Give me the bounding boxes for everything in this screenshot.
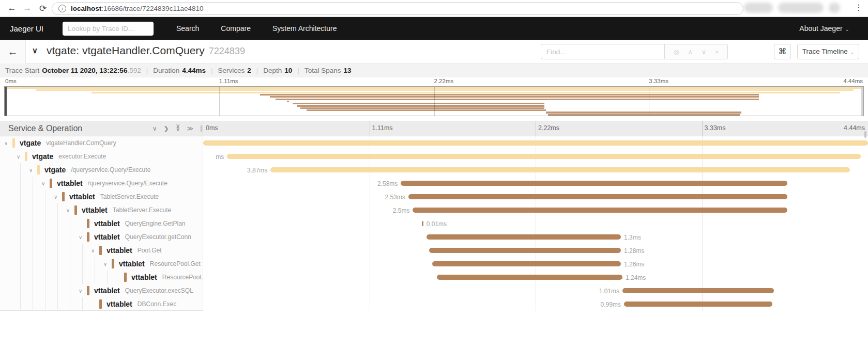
span-timeline-cell[interactable] xyxy=(203,136,868,150)
keyboard-shortcuts-button[interactable]: ⌘ xyxy=(774,44,791,59)
span-duration-bar[interactable] xyxy=(413,208,787,213)
span-timeline-cell[interactable]: 1.01ms xyxy=(203,284,868,297)
tree-indent-guide xyxy=(20,177,21,190)
service-name: vttablet xyxy=(57,179,83,187)
span-duration-bar[interactable] xyxy=(270,167,850,172)
browser-reload-icon[interactable]: ⟳ xyxy=(35,3,51,14)
span-row[interactable]: ∨vttabletTabletServer.Execute2.5ms xyxy=(0,203,868,217)
tree-chevron-down-icon[interactable]: ∨ xyxy=(54,194,62,200)
span-row[interactable]: vttabletQueryEngine.GetPlan0.01ms xyxy=(0,217,868,230)
span-duration-bar[interactable] xyxy=(624,302,772,307)
span-tree-cell[interactable]: ∨vttabletTabletServer.Execute xyxy=(0,203,203,217)
span-timeline-cell[interactable]: 0.01ms xyxy=(203,217,868,230)
about-jaeger-menu[interactable]: About Jaeger⌄ xyxy=(799,24,849,33)
tree-chevron-down-icon[interactable]: ∨ xyxy=(29,167,37,173)
prev-match-icon[interactable]: ∧ xyxy=(688,48,693,56)
span-timeline-cell[interactable]: 2.53ms xyxy=(203,190,868,203)
span-row[interactable]: vttabletResourcePool.factory1.24ms xyxy=(0,271,868,284)
find-input[interactable] xyxy=(541,44,665,59)
minimap-left-scrubber-handle[interactable] xyxy=(5,87,7,116)
span-tree-cell[interactable]: ∨vtgatevtgateHandler.ComQuery xyxy=(0,136,203,150)
trace-view-selector[interactable]: Trace Timeline⌄ xyxy=(797,44,859,59)
address-bar[interactable]: i localhost:16686/trace/7224839c11ae4810 xyxy=(52,2,743,15)
service-operation-title: Service & Operation xyxy=(8,124,82,133)
span-tree-cell[interactable]: ∨vttabletResourcePool.Get xyxy=(0,257,203,271)
tree-chevron-down-icon[interactable]: ∨ xyxy=(66,208,74,213)
nav-item-system-architecture[interactable]: System Architecture xyxy=(272,24,337,33)
tree-chevron-down-icon[interactable]: ∨ xyxy=(17,154,25,160)
span-row[interactable]: ∨vtgatevtgateHandler.ComQuery xyxy=(0,136,868,150)
browser-forward-icon[interactable]: → xyxy=(20,3,35,13)
span-row[interactable]: ∨vttabletQueryExecutor.execSQL1.01ms xyxy=(0,284,868,297)
span-timeline-cell[interactable]: 2.5ms xyxy=(203,203,868,217)
span-row[interactable]: ∨vttabletPool.Get1.28ms xyxy=(0,244,868,257)
collapse-header-chevron-icon[interactable]: ∨ xyxy=(32,46,38,55)
collapse-all-icon[interactable]: ∨∨ xyxy=(176,125,180,132)
span-row[interactable]: ∨vttabletTabletServer.Execute2.53ms xyxy=(0,190,868,203)
span-duration-bar[interactable] xyxy=(203,140,868,146)
browser-back-icon[interactable]: ← xyxy=(4,3,20,13)
minimap-right-scrubber-handle[interactable] xyxy=(861,87,863,116)
tree-indent-guide xyxy=(70,217,70,230)
span-duration-bar[interactable] xyxy=(437,275,622,280)
span-tree-cell[interactable]: ∨vtgateexecutor.Execute xyxy=(0,150,203,163)
span-duration-bar[interactable] xyxy=(622,288,774,293)
span-timeline-cell[interactable]: 0.99ms xyxy=(203,297,868,311)
span-row[interactable]: ∨vttabletResourcePool.Get1.26ms xyxy=(0,257,868,271)
span-tree-cell[interactable]: ∨vttabletTabletServer.Execute xyxy=(0,190,203,203)
span-duration-bar[interactable] xyxy=(401,181,787,186)
span-duration-bar[interactable] xyxy=(408,194,787,199)
span-timeline-cell[interactable]: 3.87ms xyxy=(203,163,868,177)
span-tree-cell[interactable]: ∨vttabletQueryExecutor.execSQL xyxy=(0,284,203,297)
tree-chevron-down-icon[interactable]: ∨ xyxy=(4,140,12,146)
back-to-search-button[interactable]: ← xyxy=(0,40,26,64)
span-row[interactable]: ∨vtgateexecutor.Executems xyxy=(0,150,868,163)
span-timeline-cell[interactable]: 1.3ms xyxy=(203,230,868,244)
jaeger-ui-brand[interactable]: Jaeger UI xyxy=(10,24,55,33)
tree-chevron-down-icon[interactable]: ∨ xyxy=(79,288,87,294)
span-timeline-cell[interactable]: 1.24ms xyxy=(203,271,868,284)
span-duration-bar[interactable] xyxy=(432,261,621,266)
next-match-icon[interactable]: ∨ xyxy=(702,48,707,56)
span-row[interactable]: ∨vttablet/queryservice.Query/Execute2.58… xyxy=(0,177,868,190)
trace-minimap[interactable] xyxy=(4,86,864,116)
span-row[interactable]: vttabletDBConn.Exec0.99ms xyxy=(0,297,868,311)
span-tree-cell[interactable]: ∨vtgate/queryservice.Query/Execute xyxy=(0,163,203,177)
span-timeline-cell[interactable]: 1.28ms xyxy=(203,244,868,257)
span-tree-cell[interactable]: ∨vttabletPool.Get xyxy=(0,244,203,257)
site-info-icon[interactable]: i xyxy=(58,5,66,12)
span-row[interactable]: ∨vtgate/queryservice.Query/Execute3.87ms xyxy=(0,163,868,177)
tree-chevron-down-icon[interactable]: ∨ xyxy=(91,248,99,253)
focus-match-icon[interactable]: ◎ xyxy=(673,48,679,56)
trace-title: vtgate: vtgateHandler.ComQuery7224839 xyxy=(47,44,245,57)
span-duration-bar[interactable] xyxy=(422,221,423,226)
span-row[interactable]: ∨vttabletQueryExecutor.getConn1.3ms xyxy=(0,230,868,244)
browser-menu-icon[interactable]: ⋮ xyxy=(855,3,863,12)
nav-item-compare[interactable]: Compare xyxy=(221,24,251,33)
tree-chevron-down-icon[interactable]: ∨ xyxy=(41,181,50,186)
column-resizer-handle[interactable] xyxy=(201,125,205,132)
span-timeline-cell[interactable]: 1.26ms xyxy=(203,257,868,271)
span-duration-bar[interactable] xyxy=(429,248,621,253)
span-tree-cell[interactable]: vttabletQueryEngine.GetPlan xyxy=(0,217,203,230)
span-timeline-cell[interactable]: ms xyxy=(203,150,868,163)
axis-tick-label: 2.22ms xyxy=(434,78,454,84)
clear-search-icon[interactable]: × xyxy=(715,48,719,56)
span-duration-bar[interactable] xyxy=(427,234,621,240)
expand-one-icon[interactable]: ❯ xyxy=(164,125,169,132)
summary-label: Total Spans xyxy=(304,67,341,74)
span-tree-cell[interactable]: vttabletResourcePool.factory xyxy=(0,271,203,284)
expand-all-icon[interactable]: ≫ xyxy=(187,125,193,132)
tree-chevron-down-icon[interactable]: ∨ xyxy=(79,234,87,240)
nav-item-search[interactable]: Search xyxy=(176,24,199,33)
collapse-one-icon[interactable]: ∨ xyxy=(153,125,157,132)
tree-indent-guide xyxy=(33,271,33,284)
span-tree-cell[interactable]: ∨vttabletQueryExecutor.getConn xyxy=(0,230,203,244)
span-duration-bar[interactable] xyxy=(227,154,860,159)
trace-id-lookup-input[interactable] xyxy=(63,22,154,36)
span-tree-cell[interactable]: vttabletDBConn.Exec xyxy=(0,297,203,311)
span-timeline-cell[interactable]: 2.58ms xyxy=(203,177,868,190)
scrollbar-thumb[interactable] xyxy=(864,131,866,138)
span-tree-cell[interactable]: ∨vttablet/queryservice.Query/Execute xyxy=(0,177,203,190)
tree-chevron-down-icon[interactable]: ∨ xyxy=(103,261,112,267)
